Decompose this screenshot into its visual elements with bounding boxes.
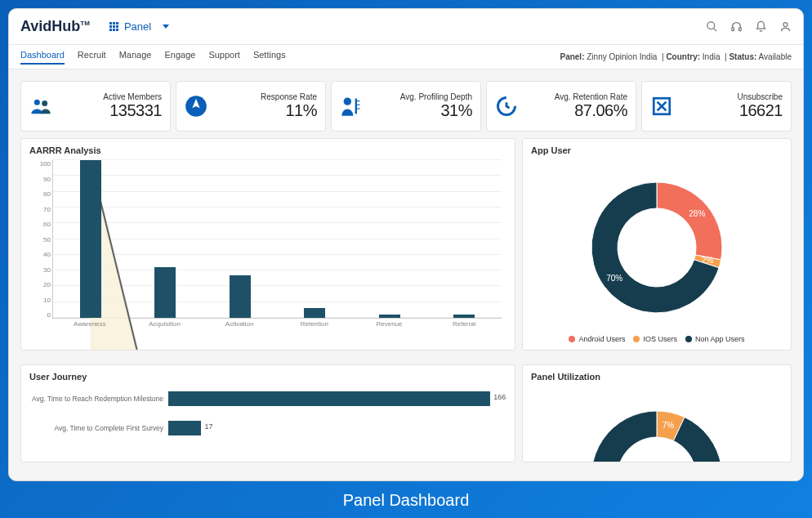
kpi-label: Avg. Profiling Depth [371, 92, 472, 101]
kpi-value: 11% [216, 101, 317, 120]
legend-android: Android Users [569, 335, 625, 343]
headset-icon[interactable] [729, 20, 743, 33]
tab-dashboard[interactable]: Dashboard [20, 50, 65, 65]
kpi-unsubscribe: Unsubscribe16621 [641, 81, 792, 132]
journey-title: User Journey [29, 372, 506, 382]
brand-name: AvidHub [20, 18, 80, 34]
kpi-label: Avg. Retention Rate [526, 92, 627, 101]
util-donut: 7%93% [575, 395, 738, 462]
svg-rect-9 [355, 99, 357, 114]
kpi-value: 87.06% [526, 101, 627, 120]
kpi-value: 16621 [681, 101, 783, 120]
svg-point-4 [783, 23, 787, 27]
panel-selector-label: Panel [124, 20, 151, 33]
chevron-down-icon [163, 25, 169, 29]
svg-point-0 [707, 22, 714, 29]
kpi-profiling-depth: Avg. Profiling Depth31% [331, 81, 481, 132]
user-journey-card: User Journey Avg. Time to Reach Redempti… [20, 364, 515, 462]
nav-tabs: Dashboard Recruit Manage Engage Support … [20, 50, 286, 65]
aarrr-bars [53, 160, 502, 318]
page-caption: Panel Dashboard [8, 481, 804, 518]
kpi-retention-rate: Avg. Retention Rate87.06% [486, 81, 636, 132]
svg-text:7%: 7% [663, 420, 675, 429]
svg-point-5 [34, 100, 40, 105]
donut-wrap: 28%2%70% [531, 160, 783, 335]
aarrr-card: AARRR Analysis 1009080706050403020100 Aw… [20, 138, 515, 351]
svg-text:70%: 70% [606, 274, 622, 283]
cancel-icon [650, 95, 673, 118]
tab-recruit[interactable]: Recruit [78, 50, 106, 65]
chart-grid: AARRR Analysis 1009080706050403020100 Aw… [9, 138, 803, 480]
status-val: Available [759, 52, 792, 61]
user-menu-icon[interactable] [779, 20, 792, 33]
panel-val: Zinny Opinion India [587, 52, 657, 61]
x-labels: AwarenessAcquisitionActivationRetentionR… [52, 320, 502, 332]
members-icon [29, 95, 52, 118]
top-icons [705, 20, 792, 33]
tab-engage[interactable]: Engage [164, 50, 195, 65]
clock-icon [495, 95, 518, 118]
panel-key: Panel: [560, 52, 584, 61]
util-wrap: 7%93% [531, 386, 783, 462]
kpi-label: Unsubscribe [681, 92, 783, 101]
aarrr-plot [52, 160, 502, 319]
svg-point-8 [344, 98, 351, 105]
bell-icon[interactable] [754, 20, 767, 33]
grid-icon [109, 22, 119, 32]
country-key: Country: [666, 52, 700, 61]
app-user-legend: Android Users IOS Users Non App Users [531, 335, 783, 343]
legend-nonapp: Non App Users [685, 335, 745, 343]
panel-selector[interactable]: Panel [109, 20, 169, 33]
y-axis: 1009080706050403020100 [33, 160, 51, 319]
kpi-label: Active Members [60, 92, 162, 101]
util-title: Panel Utilization [531, 372, 783, 382]
depth-icon [340, 95, 363, 118]
tab-manage[interactable]: Manage [119, 50, 152, 65]
status-key: Status: [729, 52, 756, 61]
app-user-card: App User 28%2%70% Android Users IOS User… [522, 138, 792, 351]
svg-rect-11 [357, 105, 360, 105]
brand-logo: AvidHubTM [20, 18, 90, 35]
svg-point-6 [42, 100, 47, 106]
kpi-label: Response Rate [216, 92, 317, 101]
aarrr-chart: 1009080706050403020100 AwarenessAcquisit… [52, 160, 502, 332]
brand-tm: TM [80, 20, 90, 27]
app-user-donut: 28%2%70% [575, 166, 738, 329]
kpi-row: Active Members135331 Response Rate11% Av… [9, 69, 803, 138]
country-val: India [703, 52, 721, 61]
nav-row: Dashboard Recruit Manage Engage Support … [9, 45, 803, 69]
target-icon [185, 95, 207, 118]
svg-text:28%: 28% [689, 209, 705, 218]
search-icon[interactable] [705, 20, 718, 33]
kpi-active-members: Active Members135331 [20, 81, 171, 132]
top-bar: AvidHubTM Panel [9, 9, 803, 45]
dashboard-window: AvidHubTM Panel Dashboard Recruit Manage… [8, 8, 804, 481]
tab-support[interactable]: Support [208, 50, 240, 65]
svg-rect-2 [731, 28, 734, 31]
svg-rect-12 [357, 108, 360, 109]
app-user-title: App User [531, 145, 783, 155]
svg-rect-10 [357, 100, 360, 101]
aarrr-title: AARRR Analysis [29, 145, 506, 155]
kpi-response-rate: Response Rate11% [176, 81, 326, 132]
legend-ios: IOS Users [633, 335, 677, 343]
svg-line-1 [713, 28, 716, 31]
svg-rect-3 [738, 28, 741, 31]
tab-settings[interactable]: Settings [253, 50, 286, 65]
status-line: Panel: Zinny Opinion India | Country: In… [560, 52, 792, 61]
kpi-value: 31% [371, 101, 472, 120]
kpi-value: 135331 [60, 101, 162, 120]
panel-utilization-card: Panel Utilization 7%93% [522, 364, 792, 462]
journey-bars: Avg. Time to Reach Redemption Milestone1… [29, 391, 506, 435]
